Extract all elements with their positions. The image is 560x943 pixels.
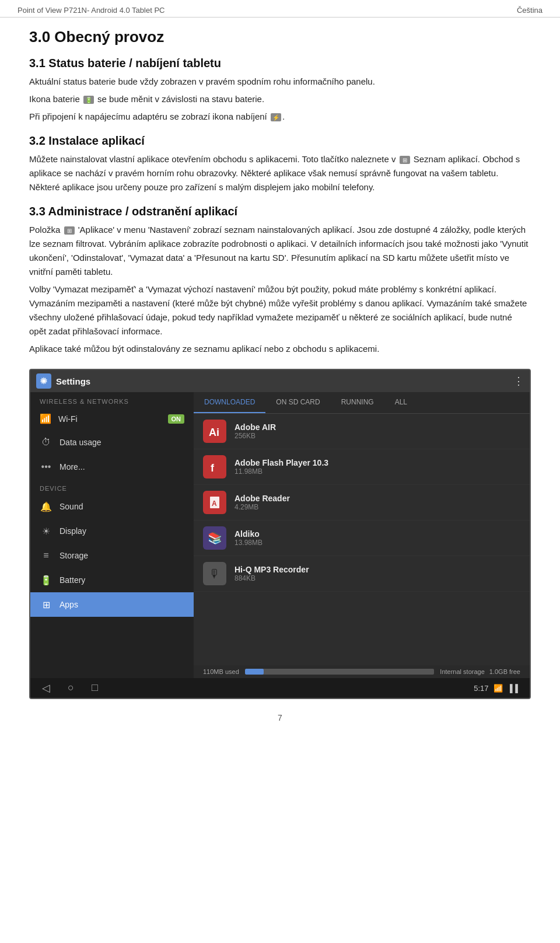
sidebar-apps-label: Apps: [60, 600, 78, 609]
sidebar-wifi-row[interactable]: 📶 Wi-Fi ON: [30, 407, 194, 430]
screen-body: WIRELESS & NETWORKS 📶 Wi-Fi ON ⏱ Data us…: [30, 392, 530, 678]
apps-icon-inline: ⊞: [64, 226, 75, 235]
page-header: Point of View P721N- Android 4.0 Tablet …: [0, 0, 560, 18]
svg-text:A: A: [212, 500, 217, 508]
charging-icon-inline: ⚡: [271, 113, 281, 121]
tabs-row: DOWNLOADED ON SD CARD RUNNING ALL: [194, 392, 530, 414]
section-33-title: 3.3 Administrace / odstranění aplikací: [29, 205, 531, 218]
app-info-reader: Adobe Reader 4.29MB: [235, 494, 520, 511]
back-button[interactable]: ◁: [42, 682, 50, 694]
titlebar-left: Settings: [36, 373, 90, 389]
display-icon: ☀: [40, 525, 52, 537]
app-item-hiq[interactable]: 🎙 Hi-Q MP3 Recorder 884KB: [194, 556, 530, 592]
app-item-reader[interactable]: A Adobe Reader 4.29MB: [194, 485, 530, 521]
battery-icon-inline: 🔋: [83, 96, 94, 104]
sidebar-item-storage[interactable]: ≡ Storage: [30, 543, 194, 568]
app-name-aldiko: Aldiko: [235, 529, 520, 539]
apps-icon: ⊞: [40, 598, 52, 611]
sidebar-item-sound[interactable]: 🔔 Sound: [30, 494, 194, 519]
section-31-p3: Při připojení k napájecímu adaptéru se z…: [29, 110, 531, 124]
app-item-flash[interactable]: f Adobe Flash Player 10.3 11.98MB: [194, 449, 530, 485]
tab-on-sd-card[interactable]: ON SD CARD: [265, 392, 330, 413]
sidebar-section-device: DEVICE: [30, 479, 194, 494]
storage-used: 110MB used: [203, 668, 239, 675]
signal-status-icon: ▐▐: [508, 684, 518, 693]
sidebar-item-apps[interactable]: ⊞ Apps: [30, 592, 194, 617]
section-33-p1: Položka ⊞ 'Aplikace' v menu 'Nastavení' …: [29, 223, 531, 279]
sidebar-item-more[interactable]: ••• More...: [30, 455, 194, 479]
sidebar-battery-label: Battery: [60, 575, 85, 585]
app-icon-flash: f: [203, 455, 226, 479]
sidebar-display-label: Display: [60, 526, 86, 536]
main-content: 3.0 Obecný provoz 3.1 Status baterie / n…: [0, 18, 560, 699]
wifi-status-icon: 📶: [494, 684, 503, 693]
section-31-title: 3.1 Status baterie / nabíjení tabletu: [29, 57, 531, 70]
section-31-p1: Aktuální status baterie bude vždy zobraz…: [29, 75, 531, 89]
app-name-reader: Adobe Reader: [235, 494, 520, 503]
reader-svg: A: [206, 494, 223, 511]
flash-svg: f: [206, 459, 223, 475]
app-size-adobe-air: 256KB: [235, 432, 520, 440]
tab-downloaded[interactable]: DOWNLOADED: [194, 392, 265, 413]
storage-free: 1.0GB free: [489, 668, 520, 675]
section-32-title: 3.2 Instalace aplikací: [29, 134, 531, 148]
header-right: Čeština: [517, 6, 542, 15]
app-size-aldiko: 13.98MB: [235, 539, 520, 547]
section-33-p2: Volby 'Vymazat mezipaměť' a 'Vymazat výc…: [29, 282, 531, 338]
storage-bar-outer: [245, 669, 435, 675]
screen-titlebar: Settings ⋮: [30, 370, 530, 392]
status-bar: 5:17 📶 ▐▐: [474, 684, 518, 693]
screen-menu-icon[interactable]: ⋮: [513, 375, 524, 387]
app-name-hiq: Hi-Q MP3 Recorder: [235, 565, 520, 574]
app-item-adobe-air[interactable]: Ai Adobe AIR 256KB: [194, 414, 530, 449]
sidebar-section-wireless: WIRELESS & NETWORKS: [30, 392, 194, 407]
sidebar-wifi-left: 📶 Wi-Fi: [40, 413, 78, 424]
app-size-reader: 4.29MB: [235, 503, 520, 511]
home-button[interactable]: ○: [68, 682, 74, 694]
wifi-icon: 📶: [40, 413, 51, 424]
page-footer: 7: [0, 705, 560, 727]
app-info-adobe-air: Adobe AIR 256KB: [235, 422, 520, 440]
sidebar-item-display[interactable]: ☀ Display: [30, 519, 194, 543]
settings-icon-box: [36, 373, 51, 389]
app-name-flash: Adobe Flash Player 10.3: [235, 458, 520, 467]
app-info-hiq: Hi-Q MP3 Recorder 884KB: [235, 565, 520, 582]
nav-buttons: ◁ ○ □: [42, 682, 98, 694]
svg-text:f: f: [211, 462, 215, 474]
recent-button[interactable]: □: [92, 682, 98, 694]
sidebar-datausage-label: Data usage: [60, 438, 102, 447]
app-list-container: Ai Adobe AIR 256KB f: [194, 414, 530, 665]
storage-bottom-bar: 110MB used Internal storage 1.0GB free: [194, 665, 530, 678]
app-size-hiq: 884KB: [235, 574, 520, 582]
chapter-title: 3.0 Obecný provoz: [29, 28, 531, 46]
grid-icon-inline: ⊞: [400, 156, 410, 164]
main-panel-wrapper: DOWNLOADED ON SD CARD RUNNING ALL Ai: [194, 392, 530, 678]
app-size-flash: 11.98MB: [235, 467, 520, 476]
sidebar-item-battery[interactable]: 🔋 Battery: [30, 568, 194, 592]
section-33-p3: Aplikace také můžou být odinstalovány ze…: [29, 342, 531, 356]
app-icon-adobe-air: Ai: [203, 420, 226, 443]
app-name-adobe-air: Adobe AIR: [235, 422, 520, 432]
settings-gear-icon: [39, 376, 48, 386]
sidebar-sound-label: Sound: [60, 502, 83, 511]
sidebar-storage-label: Storage: [60, 551, 88, 560]
battery-icon: 🔋: [40, 574, 52, 586]
tab-running[interactable]: RUNNING: [331, 392, 384, 413]
datausage-icon: ⏱: [40, 436, 52, 449]
svg-text:Ai: Ai: [209, 427, 219, 438]
app-icon-hiq: 🎙: [203, 562, 226, 585]
header-left: Point of View P721N- Android 4.0 Tablet …: [18, 6, 164, 15]
screen-bottom-nav: ◁ ○ □ 5:17 📶 ▐▐: [30, 678, 530, 698]
app-info-aldiko: Aldiko 13.98MB: [235, 529, 520, 547]
storage-icon: ≡: [40, 549, 52, 562]
sidebar-item-datausage[interactable]: ⏱ Data usage: [30, 430, 194, 455]
page-number: 7: [278, 713, 282, 722]
wifi-label: Wi-Fi: [58, 414, 78, 424]
tab-all[interactable]: ALL: [384, 392, 418, 413]
air-svg: Ai: [206, 423, 223, 439]
storage-label: Internal storage: [440, 668, 484, 675]
sound-icon: 🔔: [40, 500, 52, 513]
app-item-aldiko[interactable]: 📚 Aldiko 13.98MB: [194, 521, 530, 556]
app-icon-aldiko: 📚: [203, 526, 226, 550]
status-time: 5:17: [474, 684, 488, 693]
